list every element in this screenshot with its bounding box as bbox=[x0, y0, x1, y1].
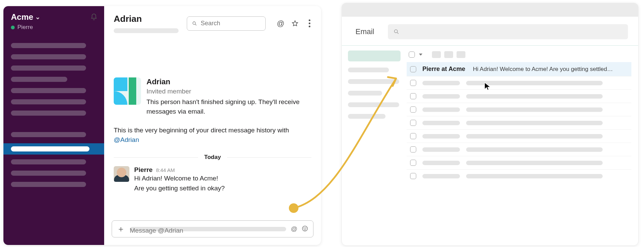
email-row[interactable] bbox=[407, 116, 631, 129]
toolbar-button[interactable] bbox=[444, 51, 453, 58]
mention-icon[interactable]: @ bbox=[291, 225, 297, 233]
mention-link[interactable]: @Adrian bbox=[114, 136, 139, 143]
sidebar-item[interactable] bbox=[11, 111, 86, 116]
svg-point-3 bbox=[306, 228, 306, 229]
svg-point-0 bbox=[193, 21, 196, 24]
message-time: 8:44 AM bbox=[156, 167, 175, 173]
dm-beginning: This is the very beginning of your direc… bbox=[114, 126, 311, 144]
email-folder-active[interactable] bbox=[348, 50, 401, 61]
composer-placeholder: Message @Adrian bbox=[130, 227, 286, 231]
email-preview: Hi Adrian! Welcome to Acme! Are you gett… bbox=[473, 66, 613, 73]
row-checkbox[interactable] bbox=[410, 66, 416, 72]
row-checkbox[interactable] bbox=[410, 93, 416, 99]
presence-dot-icon bbox=[11, 26, 15, 29]
cursor-icon bbox=[484, 82, 492, 92]
profile-subtitle: Invited member bbox=[146, 88, 310, 95]
sidebar-item[interactable] bbox=[11, 171, 86, 176]
email-window: Email bbox=[341, 3, 639, 246]
email-sidebar bbox=[342, 46, 407, 183]
slack-main: Adrian @ bbox=[104, 6, 321, 245]
divider-label: Today bbox=[198, 154, 227, 161]
email-folder[interactable] bbox=[348, 68, 389, 72]
star-icon[interactable] bbox=[291, 19, 299, 28]
sidebar-item[interactable] bbox=[11, 66, 86, 71]
sidebar-item[interactable] bbox=[11, 43, 86, 48]
caret-down-icon[interactable] bbox=[419, 54, 422, 56]
workspace-switcher[interactable]: Acme ⌄ bbox=[11, 12, 40, 22]
message-composer[interactable]: ＋ Message @Adrian @ bbox=[112, 220, 313, 237]
more-icon[interactable] bbox=[305, 19, 313, 28]
search-input[interactable] bbox=[201, 20, 261, 27]
message-author[interactable]: Pierre bbox=[134, 166, 153, 174]
message: Pierre 8:44 AM Hi Adrian! Welcome to Acm… bbox=[114, 166, 311, 193]
sidebar-items bbox=[11, 43, 98, 187]
email-toolbar bbox=[407, 49, 631, 62]
plus-icon[interactable]: ＋ bbox=[117, 223, 125, 234]
beginning-text: This is the very beginning of your direc… bbox=[114, 127, 289, 134]
email-app-title: Email bbox=[355, 27, 374, 36]
toolbar-button[interactable] bbox=[432, 51, 441, 58]
row-checkbox[interactable] bbox=[410, 80, 416, 86]
email-row[interactable] bbox=[407, 89, 631, 103]
current-user-name: Pierre bbox=[17, 24, 33, 31]
email-row[interactable]: Pierre at Acme Hi Adrian! Welcome to Acm… bbox=[407, 62, 631, 76]
select-all-checkbox[interactable] bbox=[409, 52, 415, 58]
email-folder[interactable] bbox=[348, 114, 386, 119]
sidebar-item[interactable] bbox=[11, 99, 86, 104]
email-row[interactable] bbox=[407, 156, 631, 169]
sidebar-item[interactable] bbox=[11, 159, 86, 164]
email-row[interactable] bbox=[407, 76, 631, 89]
toolbar-button[interactable] bbox=[457, 51, 465, 58]
avatar[interactable] bbox=[114, 166, 129, 182]
channel-title[interactable]: Adrian bbox=[114, 14, 182, 24]
email-folder[interactable] bbox=[348, 91, 382, 96]
row-checkbox[interactable] bbox=[410, 173, 416, 179]
date-divider: Today bbox=[114, 154, 311, 161]
email-row[interactable] bbox=[407, 129, 631, 143]
sidebar-item[interactable] bbox=[11, 132, 86, 137]
slack-sidebar: Acme ⌄ Pierre bbox=[3, 6, 104, 245]
email-row[interactable] bbox=[407, 169, 631, 183]
email-sender: Pierre at Acme bbox=[422, 66, 467, 73]
dm-profile: Adrian Invited member This person hasn't… bbox=[114, 77, 311, 116]
emoji-icon[interactable] bbox=[302, 225, 308, 232]
row-checkbox[interactable] bbox=[410, 106, 416, 113]
chevron-down-icon: ⌄ bbox=[35, 13, 40, 21]
channel-header: Adrian @ bbox=[104, 6, 321, 37]
workspace-name: Acme bbox=[11, 12, 33, 22]
sidebar-item[interactable] bbox=[11, 77, 67, 82]
mentions-icon[interactable]: @ bbox=[277, 19, 285, 28]
email-list: Pierre at Acme Hi Adrian! Welcome to Acm… bbox=[407, 46, 638, 183]
email-search[interactable] bbox=[388, 24, 628, 39]
channel-subtitle-placeholder bbox=[114, 28, 179, 33]
search-icon bbox=[192, 20, 197, 27]
profile-name[interactable]: Adrian bbox=[146, 77, 310, 86]
row-checkbox[interactable] bbox=[410, 160, 416, 166]
sidebar-item-active[interactable] bbox=[3, 143, 104, 155]
slack-window: Acme ⌄ Pierre bbox=[3, 6, 321, 245]
avatar bbox=[114, 77, 141, 105]
svg-point-2 bbox=[304, 228, 305, 229]
user-presence[interactable]: Pierre bbox=[11, 24, 98, 31]
sidebar-item[interactable] bbox=[11, 54, 86, 59]
search-icon bbox=[393, 29, 400, 35]
row-checkbox[interactable] bbox=[410, 146, 416, 152]
profile-description: This person hasn't finished signing up. … bbox=[146, 97, 310, 116]
sidebar-item[interactable] bbox=[11, 182, 86, 187]
email-titlebar bbox=[342, 3, 638, 17]
row-checkbox[interactable] bbox=[410, 120, 416, 126]
bell-icon[interactable] bbox=[90, 13, 98, 21]
message-text: Hi Adrian! Welcome to Acme! Are you gett… bbox=[134, 174, 225, 193]
email-folder[interactable] bbox=[348, 79, 399, 84]
svg-point-1 bbox=[303, 226, 308, 231]
svg-point-4 bbox=[394, 30, 397, 33]
search-box[interactable] bbox=[187, 16, 266, 31]
sidebar-item[interactable] bbox=[11, 88, 86, 93]
email-folder[interactable] bbox=[348, 102, 399, 107]
search bbox=[187, 16, 266, 31]
email-row[interactable] bbox=[407, 103, 631, 116]
row-checkbox[interactable] bbox=[410, 133, 416, 139]
email-row[interactable] bbox=[407, 143, 631, 156]
